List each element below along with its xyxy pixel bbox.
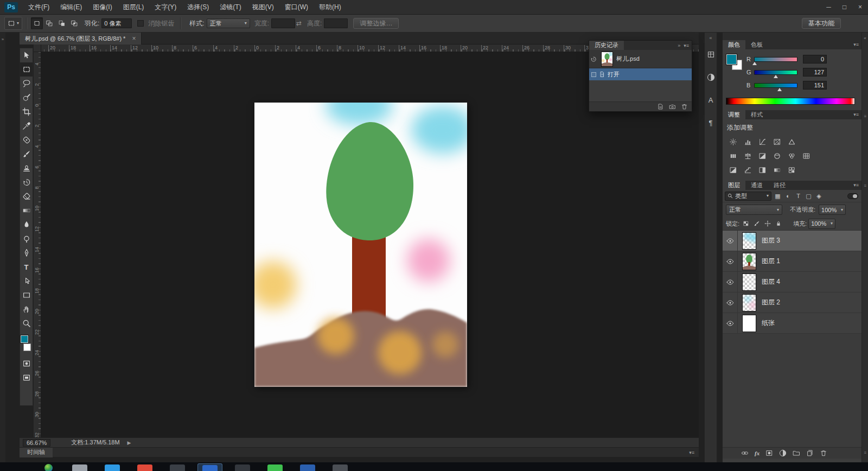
new-snapshot-icon[interactable]: [669, 103, 676, 110]
layer-name[interactable]: 图层 2: [762, 298, 780, 307]
timeline-panel-menu-icon[interactable]: ▾≡: [689, 448, 694, 457]
channel-slider-track[interactable]: [754, 70, 797, 75]
quick-selection-tool[interactable]: [20, 91, 33, 105]
invert-adjustment-icon[interactable]: [726, 164, 741, 176]
channel-mixer-adjustment-icon[interactable]: [784, 150, 799, 162]
tab-timeline[interactable]: 时间轴: [20, 448, 53, 457]
tab-color[interactable]: 颜色: [723, 40, 745, 49]
menu-image[interactable]: 图像(I): [87, 0, 117, 14]
height-input[interactable]: [324, 18, 348, 28]
vibrance-adjustment-icon[interactable]: [784, 136, 799, 148]
taskbar-app-1[interactable]: [67, 463, 92, 471]
filter-adjustment-layers-icon[interactable]: ◐: [783, 192, 793, 201]
layer-filter-type-select[interactable]: 类型 ▾: [725, 192, 771, 201]
photo-filter-adjustment-icon[interactable]: [770, 150, 784, 162]
lock-position-icon[interactable]: [763, 219, 772, 228]
menu-select[interactable]: 选择(S): [182, 0, 214, 14]
layer-filter-toggle[interactable]: [847, 193, 858, 199]
eyedropper-tool[interactable]: [20, 119, 33, 133]
blur-tool[interactable]: [20, 218, 33, 232]
add-layer-mask-icon[interactable]: [765, 449, 773, 457]
visibility-eye-icon[interactable]: [723, 313, 738, 333]
color-lookup-adjustment-icon[interactable]: [799, 150, 814, 162]
hue-saturation-adjustment-icon[interactable]: [726, 150, 741, 162]
start-button[interactable]: [36, 463, 61, 471]
layer-row[interactable]: 图层 4: [723, 272, 861, 292]
intersect-selection-button[interactable]: [68, 17, 80, 29]
expand-dock-icon[interactable]: «: [705, 33, 717, 47]
threshold-adjustment-icon[interactable]: [755, 164, 770, 176]
add-selection-button[interactable]: [43, 17, 55, 29]
tab-swatches[interactable]: 色板: [745, 40, 768, 49]
character-panel-icon[interactable]: A: [705, 93, 717, 107]
black-white-adjustment-icon[interactable]: [755, 150, 770, 162]
pen-tool[interactable]: [20, 246, 33, 260]
clone-stamp-tool[interactable]: [20, 161, 33, 175]
filter-pixel-layers-icon[interactable]: ▦: [773, 192, 783, 201]
close-tab-icon[interactable]: ×: [132, 35, 136, 42]
menu-edit[interactable]: 编辑(E): [55, 0, 87, 14]
channel-slider-track[interactable]: [754, 57, 797, 62]
exposure-adjustment-icon[interactable]: [770, 136, 784, 148]
taskbar-app-3[interactable]: [132, 463, 157, 471]
path-selection-tool[interactable]: [20, 274, 33, 288]
subtract-selection-button[interactable]: [56, 17, 68, 29]
menu-layer[interactable]: 图层(L): [118, 0, 150, 14]
layer-name[interactable]: 图层 3: [762, 236, 780, 245]
menu-filter[interactable]: 滤镜(T): [214, 0, 246, 14]
layer-name[interactable]: 图层 1: [762, 257, 780, 266]
document-canvas[interactable]: [254, 103, 467, 387]
taskbar-app-7[interactable]: [263, 463, 288, 471]
brush-tool[interactable]: [20, 147, 33, 161]
workspace-switcher-button[interactable]: 基本功能: [802, 18, 841, 29]
menu-type[interactable]: 文字(Y): [149, 0, 182, 14]
dodge-tool[interactable]: [20, 232, 33, 246]
tab-styles[interactable]: 样式: [745, 110, 768, 119]
tab-paths[interactable]: 路径: [768, 181, 791, 190]
properties-panel-icon[interactable]: [705, 47, 717, 61]
width-input[interactable]: [271, 18, 295, 28]
slider-thumb[interactable]: [777, 88, 782, 91]
document-tab[interactable]: 树儿.psd @ 66.7% (图层 3, RGB/8#) * ×: [20, 33, 142, 44]
zoom-level-field[interactable]: 66.67%: [23, 439, 50, 447]
refine-edge-button[interactable]: 调整边缘…: [353, 18, 399, 29]
history-snapshot-row[interactable]: 树儿.psd: [589, 50, 692, 68]
layer-thumbnail[interactable]: [742, 273, 756, 291]
foreground-color-swatch[interactable]: [726, 54, 737, 65]
left-dock-collapse-strip[interactable]: »: [0, 33, 5, 462]
snapshot-thumbnail[interactable]: [601, 52, 613, 67]
swap-dimensions-icon[interactable]: ⇄: [296, 20, 302, 27]
fill-value-select[interactable]: 100% ▾: [808, 219, 835, 229]
lock-all-icon[interactable]: [774, 219, 783, 228]
new-group-icon[interactable]: [793, 449, 800, 457]
slider-thumb[interactable]: [752, 62, 757, 65]
new-selection-button[interactable]: [31, 17, 43, 29]
layer-row[interactable]: 纸张: [723, 313, 861, 334]
tab-channels[interactable]: 通道: [745, 181, 768, 190]
menu-window[interactable]: 窗口(W): [279, 0, 314, 14]
close-button[interactable]: ×: [852, 0, 868, 14]
gradient-map-adjustment-icon[interactable]: [770, 164, 784, 176]
layer-thumbnail[interactable]: [742, 315, 756, 332]
collapse-right-icon[interactable]: »: [2, 37, 4, 42]
channel-value-field[interactable]: 127: [803, 68, 827, 77]
history-brush-tool[interactable]: [20, 175, 33, 189]
lasso-tool[interactable]: [20, 77, 33, 91]
history-brush-source-icon[interactable]: [589, 56, 598, 62]
menu-file[interactable]: 文件(F): [23, 0, 55, 14]
brightness-contrast-adjustment-icon[interactable]: [726, 136, 741, 148]
foreground-color-swatch[interactable]: [21, 335, 28, 343]
screen-mode-button[interactable]: [20, 371, 33, 385]
new-document-from-state-icon[interactable]: [657, 103, 664, 110]
history-collapse-icon[interactable]: »: [678, 43, 680, 48]
collapse-dock-icon[interactable]: «: [862, 33, 868, 41]
tab-adjustments[interactable]: 调整: [723, 110, 745, 119]
delete-layer-icon[interactable]: [820, 449, 827, 457]
color-panel-menu-icon[interactable]: ▾≡: [853, 40, 859, 49]
taskbar-app-5[interactable]: [197, 463, 222, 471]
layer-thumbnail[interactable]: [742, 253, 756, 270]
visibility-eye-icon[interactable]: [723, 231, 738, 251]
channel-slider-track[interactable]: [754, 83, 797, 88]
background-color-swatch[interactable]: [23, 343, 31, 351]
history-panel-menu-icon[interactable]: ▾≡: [684, 43, 689, 48]
